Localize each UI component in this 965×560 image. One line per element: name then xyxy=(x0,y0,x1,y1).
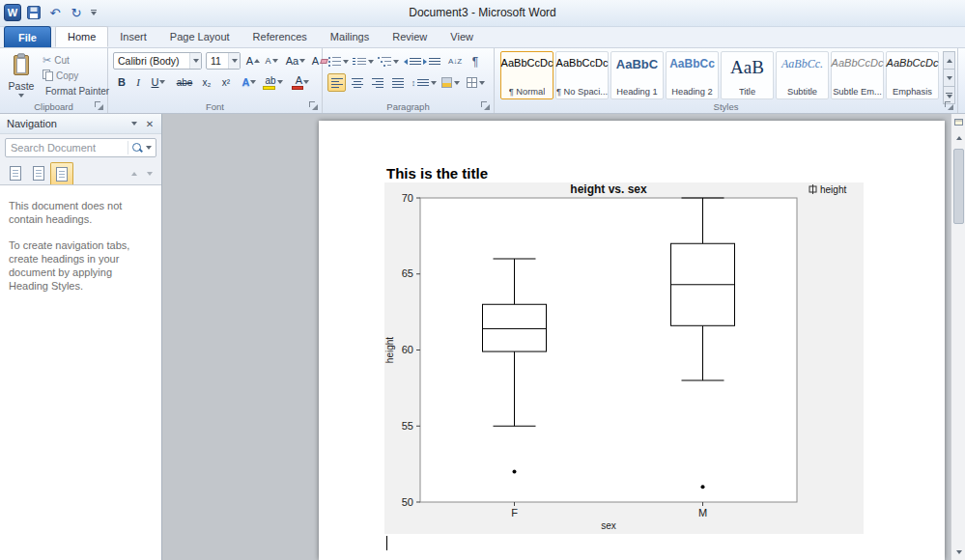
svg-text:65: 65 xyxy=(402,267,413,279)
text-effects-button[interactable]: A xyxy=(240,73,259,91)
font-color-button[interactable]: A xyxy=(290,73,315,91)
document-heading-text[interactable]: This is the title xyxy=(386,165,488,182)
cut-button[interactable]: ✂ Cut xyxy=(43,52,106,68)
bullets-button[interactable] xyxy=(326,52,350,70)
style-subtle-emphasis[interactable]: AaBbCcDc Subtle Em... xyxy=(831,51,884,99)
style-subtitle[interactable]: AaBbCc. Subtitle xyxy=(776,51,829,99)
group-paragraph: A↓Z ¶ ↕ xyxy=(323,48,495,113)
svg-text:height: height xyxy=(384,337,395,363)
ruler-toggle-button[interactable] xyxy=(951,114,965,129)
paragraph-group-label: Paragraph xyxy=(323,101,494,112)
text-lines-icon xyxy=(410,58,421,65)
align-right-button[interactable] xyxy=(368,73,386,92)
superscript-button[interactable]: x² xyxy=(217,73,235,91)
shading-button[interactable] xyxy=(439,73,462,92)
style-heading1[interactable]: AaBbC Heading 1 xyxy=(610,51,664,99)
format-painter-button[interactable]: Format Painter xyxy=(43,83,106,98)
browse-results-tab[interactable] xyxy=(50,162,73,184)
navigation-tabs xyxy=(0,162,161,185)
svg-text:M: M xyxy=(698,507,707,518)
style-title[interactable]: AaB Title xyxy=(721,51,774,99)
borders-button[interactable] xyxy=(464,73,487,92)
tab-file[interactable]: File xyxy=(4,26,51,47)
embedded-chart[interactable]: height vs. sexheight5055606570heightFMse… xyxy=(384,182,864,534)
scrollbar-thumb[interactable] xyxy=(953,149,964,224)
chevron-down-icon xyxy=(272,59,278,63)
style-heading2[interactable]: AaBbCc Heading 2 xyxy=(666,51,719,99)
tab-insert[interactable]: Insert xyxy=(108,26,158,47)
outdent-icon xyxy=(404,59,408,65)
tab-mailings[interactable]: Mailings xyxy=(319,26,381,47)
styles-scroll-up-button[interactable] xyxy=(943,51,955,70)
search-icon[interactable] xyxy=(131,142,143,154)
search-input[interactable]: Search Document xyxy=(5,138,156,157)
word-window: W ↶ ↻ Document3 - Microsoft Word File Ho… xyxy=(0,0,965,560)
scroll-up-button[interactable] xyxy=(951,130,965,146)
vertical-scrollbar[interactable] xyxy=(951,114,965,560)
strikethrough-icon: abe xyxy=(177,77,193,88)
font-size-value: 11 xyxy=(207,55,228,67)
shrink-font-icon: A xyxy=(265,56,270,66)
font-size-combobox[interactable]: 11 xyxy=(206,52,241,70)
chevron-down-icon xyxy=(193,59,199,63)
style-name: ¶ Normal xyxy=(509,87,546,97)
style-name: Title xyxy=(739,87,755,97)
shrink-font-button[interactable]: A xyxy=(263,52,280,70)
chevron-down-icon xyxy=(454,81,460,85)
style-normal[interactable]: AaBbCcDc ¶ Normal xyxy=(500,51,553,99)
window-title: Document3 - Microsoft Word xyxy=(0,6,965,19)
paste-button[interactable]: Paste xyxy=(4,50,39,100)
next-result-button[interactable] xyxy=(142,166,157,182)
previous-result-button[interactable] xyxy=(127,166,142,182)
sort-button[interactable]: A↓Z xyxy=(444,52,466,70)
style-no-spacing[interactable]: AaBbCcDc ¶ No Spaci... xyxy=(555,51,609,99)
search-options-dropdown-icon[interactable] xyxy=(146,146,152,150)
tab-references[interactable]: References xyxy=(241,26,319,47)
borders-icon xyxy=(467,77,477,88)
multilevel-list-button[interactable] xyxy=(377,52,400,70)
tab-review[interactable]: Review xyxy=(381,26,439,47)
style-preview: AaB xyxy=(730,57,764,78)
decrease-indent-button[interactable] xyxy=(404,52,421,70)
group-clipboard: Paste ✂ Cut Copy xyxy=(0,48,108,113)
font-size-dropdown[interactable] xyxy=(228,53,240,69)
navigation-pane-options-button[interactable] xyxy=(127,116,142,131)
chevron-down-icon xyxy=(18,94,24,98)
tab-page-layout[interactable]: Page Layout xyxy=(158,26,241,47)
grow-font-button[interactable]: A xyxy=(244,52,262,70)
line-spacing-icon: ↕ xyxy=(412,78,416,88)
subscript-button[interactable]: x₂ xyxy=(198,73,215,91)
shading-icon xyxy=(441,77,452,88)
font-family-dropdown[interactable] xyxy=(189,53,201,69)
highlight-color-button[interactable]: ab xyxy=(261,73,287,91)
document-page[interactable]: This is the title height vs. sexheight50… xyxy=(319,121,945,560)
increase-indent-button[interactable] xyxy=(423,52,440,70)
align-center-button[interactable] xyxy=(348,73,366,92)
styles-scroll-down-button[interactable] xyxy=(943,69,955,87)
tab-home[interactable]: Home xyxy=(55,26,108,47)
copy-button[interactable]: Copy xyxy=(43,68,106,83)
browse-pages-tab[interactable] xyxy=(27,162,50,184)
strikethrough-button[interactable]: abe xyxy=(173,73,196,91)
italic-button[interactable]: I xyxy=(131,73,145,91)
change-case-button[interactable]: Aa xyxy=(283,52,308,70)
font-color-swatch xyxy=(292,86,303,90)
browse-headings-tab[interactable] xyxy=(4,162,27,184)
bold-button[interactable]: B xyxy=(114,73,129,91)
line-spacing-button[interactable]: ↕ xyxy=(412,73,437,92)
chevron-down-icon xyxy=(947,95,952,98)
text-effects-icon: A xyxy=(242,76,250,88)
tab-view[interactable]: View xyxy=(439,26,485,47)
numbering-button[interactable] xyxy=(352,52,375,70)
navigation-pane-close-button[interactable]: ✕ xyxy=(142,116,157,131)
justify-button[interactable] xyxy=(388,73,407,92)
svg-text:sex: sex xyxy=(601,520,616,531)
font-family-combobox[interactable]: Calibri (Body) xyxy=(113,52,202,70)
scroll-down-button[interactable] xyxy=(951,545,965,560)
chevron-up-icon xyxy=(956,136,962,140)
show-formatting-marks-button[interactable]: ¶ xyxy=(467,52,484,70)
chevron-down-icon xyxy=(947,76,952,80)
style-emphasis[interactable]: AaBbCcDc Emphasis xyxy=(886,51,939,99)
align-left-button[interactable] xyxy=(327,73,346,92)
underline-button[interactable]: U xyxy=(147,73,170,91)
